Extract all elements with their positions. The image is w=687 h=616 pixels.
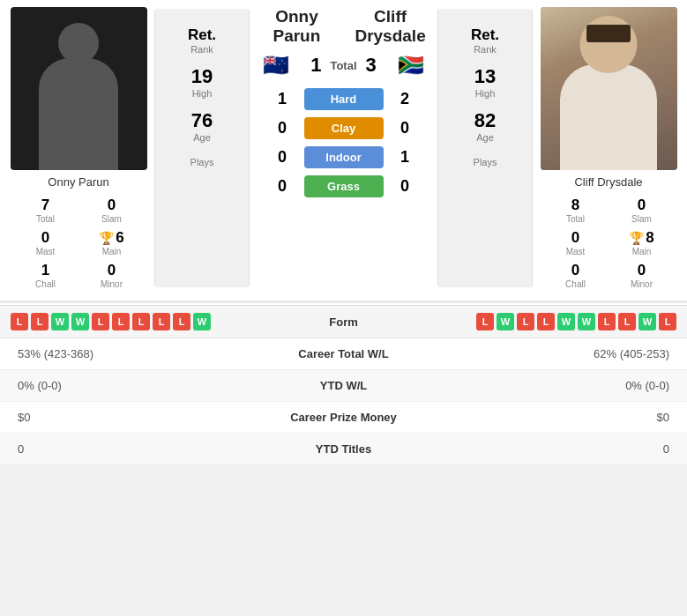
surface-row-indoor: 0 Indoor 1 bbox=[272, 146, 416, 168]
left-plays-label: Plays bbox=[190, 157, 214, 167]
rf-badge-l3: L bbox=[537, 313, 555, 330]
form-badge-l5: L bbox=[132, 313, 150, 330]
right-age-section: 82 Age bbox=[474, 109, 496, 143]
left-minor-label: Minor bbox=[81, 279, 142, 289]
career-wl-label: Career Total W/L bbox=[265, 347, 423, 360]
right-mast-value: 0 bbox=[545, 229, 606, 247]
rf-badge-l2: L bbox=[517, 313, 534, 330]
surface-rows: 1 Hard 2 0 Clay 0 0 Indoor 1 bbox=[254, 88, 433, 197]
hard-badge: Hard bbox=[304, 88, 384, 110]
right-total-label: Total bbox=[545, 214, 606, 224]
left-rank-section: Ret. Rank bbox=[188, 26, 216, 55]
left-age-value: 76 bbox=[191, 109, 213, 132]
total-score-right: 3 bbox=[366, 54, 377, 77]
form-badge-l2: L bbox=[31, 313, 49, 330]
right-flag: 🇿🇦 bbox=[398, 53, 424, 78]
career-wl-right: 62% (405-253) bbox=[423, 347, 670, 360]
right-age-value: 82 bbox=[474, 109, 496, 132]
right-total-value: 8 bbox=[545, 197, 606, 214]
clay-score-right: 0 bbox=[394, 119, 416, 137]
right-minor-value: 0 bbox=[611, 262, 672, 279]
clay-badge: Clay bbox=[304, 117, 384, 139]
ytd-wl-label: YTD W/L bbox=[265, 379, 423, 392]
right-rank-sublabel: Rank bbox=[471, 44, 499, 55]
right-high-label: High bbox=[474, 88, 496, 99]
form-badge-l6: L bbox=[153, 313, 170, 330]
right-player-name: Cliff Drysdale bbox=[574, 175, 642, 189]
grass-score-left: 0 bbox=[272, 177, 294, 196]
right-main-value: 8 bbox=[646, 229, 653, 247]
surface-row-clay: 0 Clay 0 bbox=[272, 117, 416, 139]
right-stat-total-cell: 8 Total bbox=[542, 194, 609, 226]
left-chall-value: 1 bbox=[15, 262, 76, 279]
surface-row-grass: 0 Grass 0 bbox=[272, 175, 416, 197]
bottom-section: L L W W L L L L L W Form L W L L W W bbox=[0, 305, 687, 465]
left-form-badges: L L W W L L L L L W bbox=[11, 313, 309, 330]
rf-badge-l5: L bbox=[618, 313, 636, 330]
hard-score-right: 2 bbox=[394, 90, 416, 108]
left-main-value: 6 bbox=[116, 229, 123, 247]
rf-badge-l1: L bbox=[476, 313, 494, 330]
right-stat-minor-cell: 0 Minor bbox=[609, 259, 675, 292]
left-age-section: 76 Age bbox=[191, 109, 213, 143]
left-player-photo bbox=[11, 7, 147, 170]
career-wl-row: 53% (423-368) Career Total W/L 62% (405-… bbox=[0, 338, 687, 370]
left-rank-label: Ret. bbox=[188, 26, 216, 44]
right-rank-label: Ret. bbox=[471, 26, 499, 44]
left-main-label: Main bbox=[102, 247, 122, 256]
clay-score-left: 0 bbox=[272, 119, 294, 137]
right-high-value: 13 bbox=[474, 65, 496, 88]
right-player-photo bbox=[541, 7, 677, 170]
left-stat-mast-cell: 0 Mast bbox=[12, 226, 78, 259]
right-stat-chall-cell: 0 Chall bbox=[542, 259, 609, 292]
left-flag: 🇳🇿 bbox=[263, 53, 289, 78]
right-player-header-name: Cliff Drysdale bbox=[352, 7, 429, 46]
left-player-header-name: Onny Parun bbox=[258, 7, 335, 46]
rf-badge-w2: W bbox=[557, 313, 575, 330]
form-badge-w1: W bbox=[51, 313, 69, 330]
form-center-label: Form bbox=[309, 315, 379, 329]
form-badge-w2: W bbox=[71, 313, 89, 330]
left-stat-slam-cell: 0 Slam bbox=[78, 194, 145, 226]
ytd-titles-row: 0 YTD Titles 0 bbox=[0, 434, 687, 465]
ytd-titles-label: YTD Titles bbox=[265, 442, 423, 456]
rf-badge-l4: L bbox=[598, 313, 616, 330]
left-minor-value: 0 bbox=[81, 262, 142, 279]
prize-money-left: $0 bbox=[18, 411, 265, 424]
indoor-score-left: 0 bbox=[272, 148, 294, 167]
left-total-value: 7 bbox=[15, 197, 76, 214]
rf-badge-w1: W bbox=[497, 313, 514, 330]
right-high-section: 13 High bbox=[474, 65, 496, 99]
left-high-section: 19 High bbox=[191, 65, 213, 99]
left-rank-sublabel: Rank bbox=[188, 44, 216, 55]
right-trophy-icon: 🏆 bbox=[629, 231, 644, 245]
right-form-badges: L W L L W W L L W L bbox=[379, 313, 677, 330]
indoor-badge: Indoor bbox=[304, 146, 384, 168]
left-mast-value: 0 bbox=[41, 229, 49, 247]
right-stat-slam-cell: 0 Slam bbox=[609, 194, 675, 226]
ytd-wl-left: 0% (0-0) bbox=[18, 379, 265, 392]
rf-badge-w4: W bbox=[638, 313, 656, 330]
right-inner-stats: Ret. Rank 13 High 82 Age Plays bbox=[437, 9, 533, 287]
left-stat-chall-cell: 1 Chall bbox=[12, 259, 78, 292]
form-badge-l3: L bbox=[92, 313, 109, 330]
rf-badge-w3: W bbox=[578, 313, 595, 330]
left-player-name: Onny Parun bbox=[48, 175, 108, 189]
left-mast-label: Mast bbox=[36, 247, 56, 256]
surface-row-hard: 1 Hard 2 bbox=[272, 88, 416, 110]
ytd-wl-row: 0% (0-0) YTD W/L 0% (0-0) bbox=[0, 370, 687, 402]
grass-score-right: 0 bbox=[394, 177, 416, 196]
right-mast-label: Mast bbox=[545, 247, 606, 256]
right-slam-label: Slam bbox=[611, 214, 672, 224]
career-wl-left: 53% (423-368) bbox=[18, 347, 265, 360]
hard-score-left: 1 bbox=[272, 90, 294, 108]
left-total-label: Total bbox=[15, 214, 76, 224]
left-high-label: High bbox=[191, 88, 213, 99]
right-main-label: Main bbox=[632, 247, 652, 256]
left-stat-total-cell: 7 Total bbox=[12, 194, 78, 226]
form-badge-l1: L bbox=[11, 313, 28, 330]
left-stat-minor-cell: 0 Minor bbox=[78, 259, 145, 292]
left-inner-stats: Ret. Rank 19 High 76 Age Plays bbox=[154, 9, 250, 287]
prize-money-label: Career Prize Money bbox=[265, 411, 423, 424]
prize-money-right: $0 bbox=[423, 411, 670, 424]
